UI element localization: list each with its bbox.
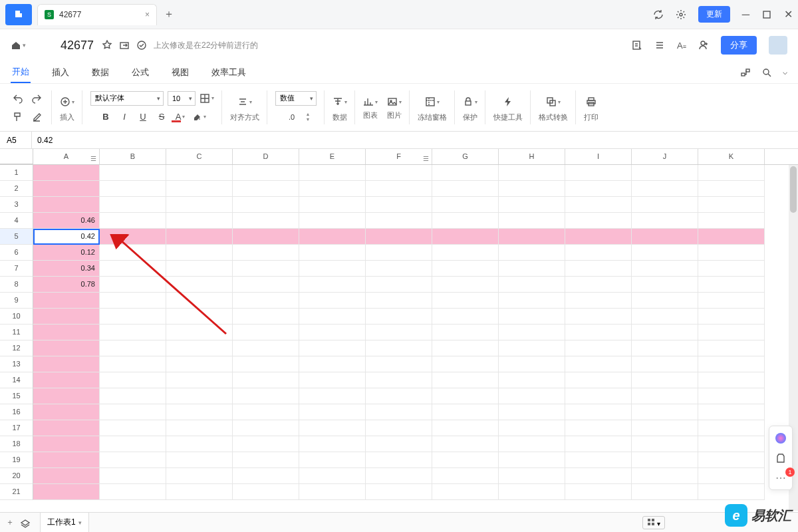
cell[interactable]: [100, 436, 166, 452]
cell[interactable]: [565, 356, 632, 372]
cell[interactable]: [33, 484, 100, 500]
row-header[interactable]: 8: [0, 277, 33, 293]
cell[interactable]: [432, 420, 499, 436]
minimize-icon[interactable]: ─: [742, 9, 749, 21]
template-icon[interactable]: [775, 453, 786, 464]
strike-button[interactable]: S: [154, 110, 169, 124]
cell[interactable]: [166, 309, 233, 325]
cell[interactable]: [432, 468, 499, 484]
cell[interactable]: [233, 309, 299, 325]
cell[interactable]: [33, 165, 100, 181]
cell[interactable]: [100, 372, 166, 388]
cell[interactable]: [632, 293, 698, 309]
move-icon[interactable]: [119, 40, 130, 51]
cell[interactable]: [166, 356, 233, 372]
cell[interactable]: [100, 181, 166, 197]
cell[interactable]: [499, 229, 565, 245]
cell[interactable]: [432, 356, 499, 372]
cell[interactable]: [565, 165, 632, 181]
cell[interactable]: [166, 484, 233, 500]
menu-formula[interactable]: 公式: [130, 63, 150, 82]
cell[interactable]: [100, 293, 166, 309]
align-button[interactable]: [237, 94, 252, 109]
cell[interactable]: [698, 436, 765, 452]
cell[interactable]: [632, 356, 698, 372]
cell[interactable]: [632, 261, 698, 277]
cell[interactable]: [632, 372, 698, 388]
cell[interactable]: [100, 261, 166, 277]
cell[interactable]: [565, 325, 632, 340]
cell[interactable]: [499, 181, 565, 197]
cell[interactable]: [233, 165, 299, 181]
column-header[interactable]: G: [432, 149, 499, 164]
data-button[interactable]: [332, 94, 347, 109]
cell[interactable]: [166, 245, 233, 261]
cell[interactable]: [100, 484, 166, 500]
cell[interactable]: [233, 388, 299, 404]
fill-color-button[interactable]: [192, 110, 206, 124]
home-button[interactable]: ▾: [11, 40, 26, 51]
insert-button[interactable]: [60, 94, 74, 109]
font-select[interactable]: 默认字体: [90, 91, 164, 106]
print-button[interactable]: [584, 94, 598, 109]
cell[interactable]: [432, 340, 499, 356]
add-sheet-button[interactable]: ＋: [0, 517, 20, 528]
cell[interactable]: [233, 404, 299, 420]
cell[interactable]: [698, 165, 765, 181]
list-icon[interactable]: [654, 40, 665, 51]
cell[interactable]: [100, 340, 166, 356]
cell[interactable]: [233, 181, 299, 197]
cell[interactable]: [632, 468, 698, 484]
document-tab[interactable]: S 42677 ×: [37, 4, 157, 25]
update-button[interactable]: 更新: [698, 6, 730, 23]
cell[interactable]: [100, 388, 166, 404]
cell[interactable]: [632, 436, 698, 452]
cell[interactable]: [100, 197, 166, 213]
cell[interactable]: [33, 404, 100, 420]
connect-icon[interactable]: [740, 67, 751, 78]
cell[interactable]: 0.12: [33, 245, 100, 261]
cell[interactable]: [432, 436, 499, 452]
cell[interactable]: [33, 340, 100, 356]
cell[interactable]: [565, 420, 632, 436]
cell[interactable]: [565, 293, 632, 309]
cell[interactable]: [100, 468, 166, 484]
row-header[interactable]: 19: [0, 452, 33, 468]
cell[interactable]: [499, 261, 565, 277]
redo-button[interactable]: [29, 91, 44, 106]
cell[interactable]: 0.34: [33, 261, 100, 277]
sync-icon[interactable]: [653, 9, 664, 20]
cell[interactable]: [366, 452, 432, 468]
cell[interactable]: [499, 436, 565, 452]
row-header[interactable]: 11: [0, 325, 33, 340]
cell[interactable]: [499, 293, 565, 309]
cell[interactable]: [632, 277, 698, 293]
cell[interactable]: [698, 181, 765, 197]
cell[interactable]: [299, 388, 366, 404]
view-mode-button[interactable]: ▾: [642, 516, 665, 529]
cell[interactable]: [299, 404, 366, 420]
row-header[interactable]: 16: [0, 404, 33, 420]
cell[interactable]: [499, 452, 565, 468]
cell[interactable]: [366, 261, 432, 277]
quick-button[interactable]: [501, 94, 515, 109]
cell[interactable]: [698, 213, 765, 229]
cell[interactable]: [299, 245, 366, 261]
row-header[interactable]: 4: [0, 213, 33, 229]
cell[interactable]: [698, 261, 765, 277]
cell[interactable]: [33, 372, 100, 388]
cell[interactable]: [233, 277, 299, 293]
cell[interactable]: [166, 293, 233, 309]
row-header[interactable]: 2: [0, 181, 33, 197]
cell[interactable]: [233, 245, 299, 261]
cell[interactable]: [432, 404, 499, 420]
row-header[interactable]: 3: [0, 197, 33, 213]
font-color-button[interactable]: A: [173, 110, 188, 124]
cell[interactable]: [632, 245, 698, 261]
select-all-corner[interactable]: [0, 149, 33, 164]
cell[interactable]: [565, 245, 632, 261]
cell[interactable]: [166, 165, 233, 181]
cell[interactable]: [233, 325, 299, 340]
column-header[interactable]: J: [632, 149, 698, 164]
cell[interactable]: [100, 356, 166, 372]
